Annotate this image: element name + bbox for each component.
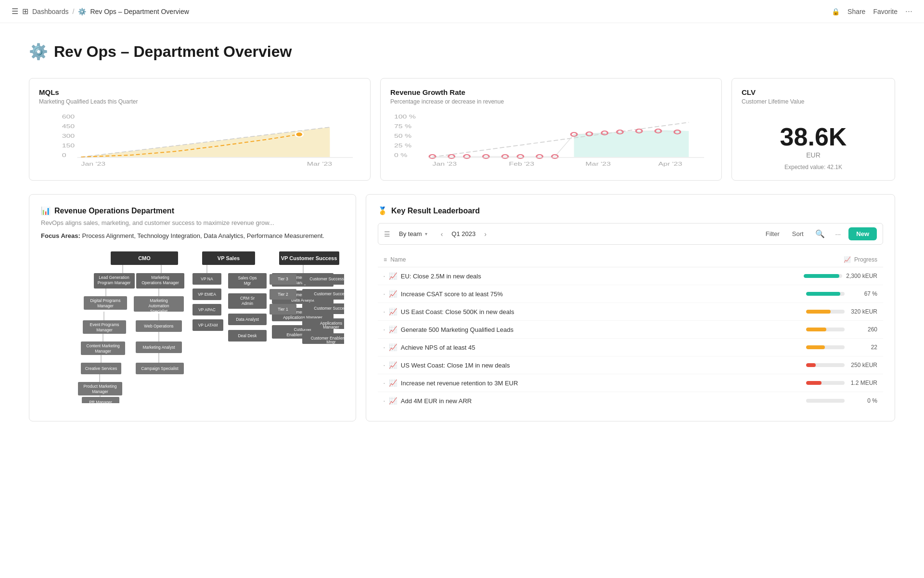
kr-name: Increase CSAT score to at least 75%	[401, 290, 503, 298]
dashboards-link[interactable]: Dashboards	[32, 8, 69, 15]
clv-value: 38.6K	[742, 122, 885, 151]
progress-cell: 1.2 MEUR	[697, 374, 883, 392]
name-col-label: Name	[390, 256, 406, 263]
filter-button[interactable]: Filter	[762, 228, 783, 239]
svg-text:Jan '23: Jan '23	[81, 161, 105, 167]
progress-bar-container	[806, 292, 845, 296]
kr-name-cell: • 📈 EU: Close 2.5M in new deals	[378, 267, 697, 285]
svg-text:Tier 1: Tier 1	[278, 307, 288, 312]
progress-bar-fill	[806, 345, 825, 349]
svg-text:Mgr: Mgr	[244, 281, 251, 286]
progress-bar-fill	[806, 381, 821, 385]
page-title: Rev Ops – Department Overview	[54, 43, 292, 61]
kr-icon: 📈	[389, 290, 397, 298]
svg-text:Manager: Manager	[92, 389, 108, 394]
group-by-button[interactable]: By team ▾	[395, 228, 431, 239]
leaderboard-icon: 🥇	[378, 206, 387, 215]
table-row: • 📈 Add 4M EUR in new ARR 0 %	[378, 392, 883, 410]
svg-text:Tier 3: Tier 3	[278, 276, 288, 281]
svg-text:150: 150	[62, 143, 75, 148]
revenue-growth-card: Revenue Growth Rate Percentage increase …	[380, 78, 722, 181]
progress-cell: 2,300 kEUR	[697, 267, 883, 285]
revenue-growth-title: Revenue Growth Rate	[390, 88, 712, 96]
svg-text:Manager: Manager	[97, 303, 114, 308]
clv-subtitle: Customer Lifetime Value	[742, 98, 885, 105]
search-icon-button[interactable]: 🔍	[812, 227, 828, 240]
svg-text:Content Marketing: Content Marketing	[86, 343, 120, 348]
kr-icon: 📈	[389, 308, 397, 315]
kr-icon: 📈	[389, 379, 397, 387]
svg-text:VP APAC: VP APAC	[198, 307, 216, 312]
kr-name-cell: • 📈 Generate 500 Marketing Qualified Lea…	[378, 321, 697, 339]
clv-title: CLV	[742, 88, 885, 96]
svg-text:0 %: 0 %	[394, 153, 408, 158]
breadcrumb-page-name: Rev Ops – Department Overview	[90, 8, 189, 15]
progress-value: 0 %	[848, 397, 877, 404]
kr-icon: 📈	[389, 397, 397, 405]
more-options-icon[interactable]: ···	[905, 6, 912, 16]
dept-icon: 📊	[41, 206, 51, 215]
progress-cell: 67 %	[697, 285, 883, 303]
svg-text:600: 600	[62, 114, 75, 119]
top-nav: ☰ ⊞ Dashboards / ⚙️ Rev Ops – Department…	[0, 0, 924, 23]
svg-text:450: 450	[62, 124, 75, 129]
progress-value: 250 kEUR	[848, 362, 877, 368]
leaderboard-card: 🥇 Key Result Leaderboard ☰ By team ▾ ‹ Q…	[366, 194, 895, 421]
progress-bar-fill	[804, 274, 839, 278]
progress-value: 320 kEUR	[848, 308, 877, 315]
progress-bar-container	[806, 310, 845, 314]
progress-bar-container	[806, 363, 845, 367]
svg-text:Program Manager: Program Manager	[98, 280, 131, 285]
revenue-svg: 100 % 75 % 50 % 25 % 0 % Jan '23 Feb '23…	[390, 113, 712, 171]
more-options-button[interactable]: ···	[833, 228, 844, 240]
favorite-button[interactable]: Favorite	[873, 8, 898, 15]
dept-title-text: Revenue Operations Department	[54, 207, 174, 215]
period-next-button[interactable]: ›	[481, 229, 489, 239]
svg-text:Tier 2: Tier 2	[278, 292, 288, 297]
leaderboard-table: ≡ Name 📈 Progress • 📈 EU: Close 2.5M in …	[378, 252, 883, 409]
kr-icon: 📈	[389, 326, 397, 333]
table-row: • 📈 Generate 500 Marketing Qualified Lea…	[378, 321, 883, 339]
progress-value: 260	[848, 326, 877, 333]
svg-text:Digital Programs: Digital Programs	[90, 298, 121, 303]
svg-text:Customer Success: Customer Success	[314, 291, 344, 296]
svg-text:Mar '23: Mar '23	[307, 161, 332, 167]
table-icon: ☰	[384, 230, 390, 238]
name-column-header: ≡ Name	[378, 252, 697, 267]
kr-name: Increase net revenue retention to 3M EUR	[401, 380, 518, 387]
kr-name: US East Coast: Close 500K in new deals	[401, 308, 514, 315]
svg-text:Mar '23: Mar '23	[586, 161, 611, 167]
new-button[interactable]: New	[848, 227, 877, 240]
sort-button[interactable]: Sort	[788, 228, 808, 239]
svg-text:Manager: Manager	[323, 325, 339, 329]
svg-text:VP EMEA: VP EMEA	[198, 292, 216, 297]
progress-value: 67 %	[848, 290, 877, 297]
leaderboard-title: 🥇 Key Result Leaderboard	[378, 206, 883, 215]
svg-text:CRM Sr: CRM Sr	[240, 296, 255, 301]
kr-name-cell: • 📈 Increase net revenue retention to 3M…	[378, 374, 697, 392]
leaderboard-toolbar: ☰ By team ▾ ‹ Q1 2023 › Filter Sort 🔍 ··…	[378, 223, 883, 245]
kr-name-cell: • 📈 Add 4M EUR in new ARR	[378, 392, 697, 410]
progress-bar-fill	[806, 363, 816, 367]
dept-focus-areas: Process Alignment, Technology Integratio…	[82, 232, 324, 239]
kr-name: Achieve NPS of at least 45	[401, 344, 475, 351]
org-chart-svg: CMO VP Sales VP Customer Success Lead Ge…	[41, 249, 344, 403]
svg-text:Manager: Manager	[95, 349, 111, 354]
clv-expected: Expected value: 42.1K	[742, 164, 885, 171]
kr-bullet: •	[384, 310, 385, 314]
svg-text:Manager: Manager	[96, 328, 113, 332]
kr-bullet: •	[384, 328, 385, 332]
svg-text:Feb '23: Feb '23	[509, 161, 534, 167]
kr-icon: 📈	[389, 343, 397, 351]
svg-text:Specialist: Specialist	[150, 309, 168, 314]
kr-name: Generate 500 Marketing Qualified Leads	[401, 326, 513, 333]
table-row: • 📈 Increase net revenue retention to 3M…	[378, 374, 883, 392]
period-prev-button[interactable]: ‹	[438, 229, 446, 239]
kr-name: EU: Close 2.5M in new deals	[401, 273, 481, 280]
hamburger-icon[interactable]: ☰	[12, 7, 18, 16]
dept-card: 📊 Revenue Operations Department RevOps a…	[29, 194, 356, 421]
page-title-area: ⚙️ Rev Ops – Department Overview	[29, 42, 895, 61]
share-button[interactable]: Share	[847, 8, 865, 15]
progress-value: 1.2 MEUR	[848, 380, 877, 386]
kr-bullet: •	[384, 345, 385, 350]
